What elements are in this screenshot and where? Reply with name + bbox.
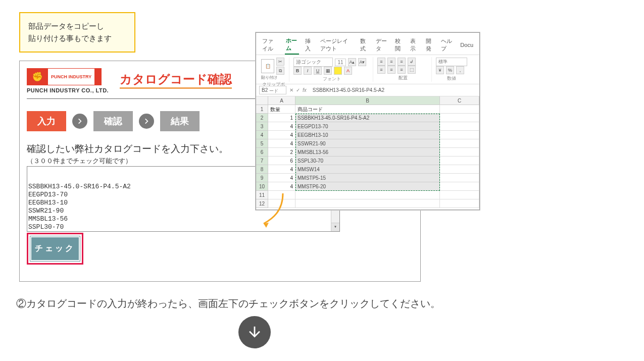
align-left-icon[interactable]: ≡ [377,66,385,74]
cell[interactable]: 4 [268,139,295,148]
cell[interactable]: MMSW14 [295,165,440,174]
align-middle-icon[interactable]: ≡ [387,58,395,66]
cell[interactable]: 4 [268,131,295,139]
column-header[interactable]: A [268,96,295,105]
cell[interactable] [440,174,479,182]
font-name-select[interactable]: 游ゴシック [293,58,333,67]
percent-icon[interactable]: % [446,66,454,74]
increase-font-icon[interactable]: A▴ [348,58,356,66]
row-header[interactable]: 11 [256,191,268,199]
cell[interactable]: EEGBH13-10 [295,131,440,139]
cell[interactable] [440,114,479,122]
fill-color-icon[interactable] [334,67,342,75]
decrease-font-icon[interactable]: A▾ [358,58,366,66]
row-header[interactable]: 3 [256,122,268,131]
cell[interactable] [440,139,479,148]
check-button[interactable]: チェック [30,236,80,261]
cut-icon[interactable]: ✂ [276,58,284,66]
cell[interactable]: SSPL30-70 [295,157,440,165]
excel-grid[interactable]: ABC1数量商品コード21SSBBKH13-45.0-SR16-P4.5-A23… [256,96,479,208]
row-header[interactable]: 4 [256,131,268,139]
confirm-entry-icon[interactable]: ✓ [296,87,300,93]
border-icon[interactable]: ▦ [324,67,332,75]
ribbon-tab[interactable]: 表示 [409,36,419,54]
cell[interactable]: SSWR21-90 [295,139,440,148]
cell[interactable] [440,199,479,208]
cell[interactable] [440,182,479,191]
comma-icon[interactable]: , [456,66,464,74]
ribbon-tab[interactable]: ヘルプ [440,36,454,54]
cell[interactable] [440,157,479,165]
cell[interactable]: MMSTP5-15 [295,174,440,182]
row-header[interactable]: 8 [256,165,268,174]
cell[interactable] [295,199,440,208]
cell[interactable]: 商品コード [295,105,440,114]
align-center-icon[interactable]: ≡ [387,66,395,74]
row-header[interactable]: 5 [256,139,268,148]
cell[interactable]: MMSTP6-20 [295,182,440,191]
step-confirm[interactable]: 確認 [93,111,133,131]
ribbon-tab[interactable]: 校閲 [394,36,404,54]
row-header[interactable]: 12 [256,199,268,208]
currency-icon[interactable]: ¥ [436,66,444,74]
step-input[interactable]: 入力 [27,111,66,131]
cell[interactable] [440,122,479,131]
name-box[interactable]: B2 [259,86,286,94]
underline-icon[interactable]: U [314,67,322,75]
align-right-icon[interactable]: ≡ [398,66,406,74]
cell[interactable]: 数量 [268,105,295,114]
row-header[interactable]: 2 [256,114,268,122]
cell[interactable] [268,199,295,208]
column-header[interactable]: B [295,96,440,105]
cell[interactable]: EEGPD13-70 [295,122,440,131]
font-color-icon[interactable]: A [344,67,352,75]
ribbon-tab[interactable]: ホーム [285,35,299,55]
ribbon-tab[interactable]: Docu [459,40,474,49]
bold-icon[interactable]: B [293,67,302,75]
align-top-icon[interactable]: ≡ [377,58,385,66]
cell[interactable]: 1 [268,114,295,122]
cell[interactable]: 4 [268,182,295,191]
ribbon-tab[interactable]: 数式 [359,36,369,54]
ribbon-tab[interactable]: データ [375,36,389,54]
company-name: PUNCH INDUSTRY CO., LTD. [27,87,109,93]
formula-bar[interactable]: SSBBKH13-45.0-SR16-P4.5-A2 [310,87,476,93]
wrap-text-icon[interactable]: ↲ [408,58,416,66]
cell[interactable] [440,165,479,174]
cell[interactable]: 4 [268,174,295,182]
cell[interactable]: 4 [268,165,295,174]
cell[interactable] [268,191,295,199]
cell[interactable] [440,131,479,139]
cell[interactable]: 6 [268,157,295,165]
row-header[interactable]: 9 [256,174,268,182]
row-header[interactable]: 6 [256,148,268,157]
ribbon-tab[interactable]: ページレイアウト [319,36,354,54]
cancel-entry-icon[interactable]: ✕ [289,87,293,93]
cell[interactable]: SSBBKH13-45.0-SR16-P4.5-A2 [295,114,440,122]
callout-line2: 貼り付ける事もできます [28,34,112,42]
cell[interactable] [440,105,479,114]
ribbon-tab[interactable]: 挿入 [304,36,314,54]
row-header[interactable]: 7 [256,157,268,165]
scroll-down-icon[interactable]: ▾ [331,223,339,231]
merge-icon[interactable]: ⬚ [408,66,416,74]
cell[interactable]: 4 [268,122,295,131]
cell[interactable] [295,191,440,199]
ribbon-tab[interactable]: 開発 [425,36,435,54]
ribbon-tab[interactable]: ファイル [261,36,280,54]
column-header[interactable]: C [440,96,479,105]
step-result[interactable]: 結果 [160,111,200,131]
font-size-select[interactable]: 11 [335,59,346,66]
copy-icon[interactable]: ⧉ [276,67,284,75]
cell[interactable]: 2 [268,148,295,157]
number-format-select[interactable]: 標準 [436,58,467,66]
cell[interactable]: MMSBL13-56 [295,148,440,157]
row-header[interactable]: 10 [256,182,268,191]
cell[interactable] [440,148,479,157]
align-bottom-icon[interactable]: ≡ [398,58,406,66]
cell[interactable] [440,191,479,199]
fx-icon[interactable]: fx [303,87,307,93]
row-header[interactable]: 1 [256,105,268,114]
italic-icon[interactable]: I [304,67,312,75]
paste-icon[interactable]: 📋 [261,59,274,73]
